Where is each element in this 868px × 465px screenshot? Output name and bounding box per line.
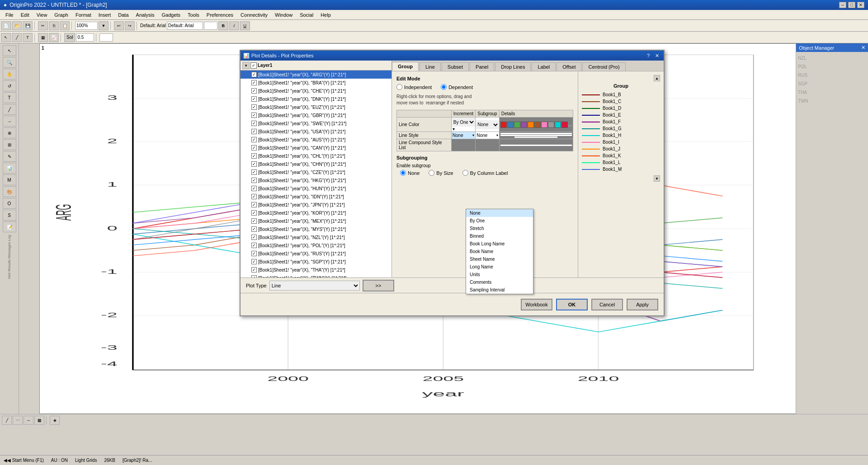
tree-item-23[interactable]: [Book1]Sheet1! "year"(X), "SGP"(Y) [1*:2… bbox=[241, 258, 392, 266]
tree-item-checkbox-5[interactable] bbox=[251, 113, 257, 118]
tree-checkbox-root[interactable]: ✓ bbox=[250, 62, 257, 69]
tree-item-19[interactable]: [Book1]Sheet1! "year"(X), "MYS"(Y) [1*:2… bbox=[241, 225, 392, 233]
tree-item-checkbox-13[interactable] bbox=[251, 178, 257, 183]
tab-centroid[interactable]: Centroid (Pro) bbox=[582, 62, 625, 71]
tool-masking[interactable]: M bbox=[3, 174, 16, 185]
tb-zoom-dropdown[interactable]: ▼ bbox=[99, 21, 108, 30]
dropdown-item-book-long-name[interactable]: Book Long Name bbox=[466, 240, 533, 248]
tree-item-3[interactable]: [Book1]Sheet1! "year"(X), "DNK"(Y) [1*:2… bbox=[241, 95, 392, 103]
tree-item-20[interactable]: [Book1]Sheet1! "year"(X), "NZL"(Y) [1*:2… bbox=[241, 233, 392, 241]
menu-graph[interactable]: Graph bbox=[51, 11, 72, 19]
tb-bar-chart[interactable]: ▦ bbox=[38, 33, 48, 42]
tree-item-checkbox-4[interactable] bbox=[251, 104, 257, 110]
line-style-dropdown[interactable]: None ▾ bbox=[452, 133, 475, 138]
tree-item-checkbox-16[interactable] bbox=[251, 202, 257, 207]
menu-preferences[interactable]: Preferences bbox=[203, 11, 237, 19]
tb-save[interactable]: 💾 bbox=[23, 21, 33, 30]
tree-item-25[interactable]: [Book1]Sheet1! "year"(X), "TWN"(Y) [1*:2… bbox=[241, 274, 392, 277]
tree-item-7[interactable]: [Book1]Sheet1! "year"(X), "USA"(Y) [1*:2… bbox=[241, 127, 392, 136]
tb-draw-line[interactable]: ╱ bbox=[12, 33, 22, 42]
tool-data-reader[interactable]: ⊕ bbox=[3, 127, 16, 138]
tool-annotation[interactable]: ✎ bbox=[3, 151, 16, 162]
radio-independent-input[interactable] bbox=[396, 84, 402, 90]
menu-connectivity[interactable]: Connectivity bbox=[237, 11, 271, 19]
tab-offset[interactable]: Offset bbox=[557, 62, 581, 71]
td-line-style-increment[interactable]: None ▾ bbox=[451, 132, 475, 139]
tb-new[interactable]: 📄 bbox=[1, 21, 11, 30]
status-start[interactable]: ◀◀ Start Menu (F1) bbox=[4, 458, 44, 463]
tool-line[interactable]: ╱ bbox=[3, 104, 16, 115]
subgroup-none[interactable]: None bbox=[400, 170, 420, 176]
bt-4[interactable]: ▦ bbox=[34, 416, 44, 425]
tb-undo[interactable]: ↩ bbox=[114, 21, 124, 30]
tool-screen-reader[interactable]: ⊞ bbox=[3, 139, 16, 150]
tree-item-checkbox-1[interactable] bbox=[251, 80, 257, 85]
td-line-color-increment[interactable]: By One ▾ bbox=[451, 117, 475, 132]
tree-item-2[interactable]: [Book1]Sheet1! "year"(X), "CHE"(Y) [1*:2… bbox=[241, 87, 392, 95]
menu-tools[interactable]: Tools bbox=[184, 11, 203, 19]
tb-paste[interactable]: 📋 bbox=[60, 21, 70, 30]
tool-color-picker[interactable]: 🎨 bbox=[3, 186, 16, 197]
tool-messages[interactable]: 📝 bbox=[3, 221, 16, 232]
apply-button[interactable]: Apply bbox=[627, 299, 658, 310]
tab-subset[interactable]: Subset bbox=[442, 62, 469, 71]
tree-item-checkbox-19[interactable] bbox=[251, 226, 257, 232]
zoom-input[interactable] bbox=[75, 22, 98, 30]
tree-item-22[interactable]: [Book1]Sheet1! "year"(X), "RUS"(Y) [1*:2… bbox=[241, 249, 392, 258]
td-line-style-subgroup[interactable]: None ▾ bbox=[476, 132, 499, 139]
dropdown-item-none[interactable]: None bbox=[466, 209, 533, 217]
line-style-subgroup-dd[interactable]: None ▾ bbox=[476, 133, 499, 138]
tool-arrow[interactable]: → bbox=[3, 116, 16, 127]
tree-item-checkbox-23[interactable] bbox=[251, 259, 257, 264]
radio-independent[interactable]: Independent bbox=[396, 84, 432, 90]
tree-item-11[interactable]: [Book1]Sheet1! "year"(X), "CHN"(Y) [1*:2… bbox=[241, 160, 392, 168]
tree-item-checkbox-24[interactable] bbox=[251, 267, 257, 272]
dropdown-item-sampling[interactable]: Sampling Interval bbox=[466, 286, 533, 294]
tree-item-1[interactable]: [Book1]Sheet1! "year"(X), "BRA"(Y) [1*:2… bbox=[241, 79, 392, 87]
plot-type-select[interactable]: Line bbox=[269, 281, 360, 291]
dropdown-item-units[interactable]: Units bbox=[466, 271, 533, 278]
tab-panel[interactable]: Panel bbox=[470, 62, 494, 71]
bt-1[interactable]: ╱ bbox=[2, 416, 12, 425]
tree-item-checkbox-20[interactable] bbox=[251, 235, 257, 240]
menu-window[interactable]: Window bbox=[271, 11, 296, 19]
tab-group[interactable]: Group bbox=[392, 62, 419, 71]
tree-item-8[interactable]: [Book1]Sheet1! "year"(X), "AUS"(Y) [1*:2… bbox=[241, 136, 392, 144]
tree-item-checkbox-18[interactable] bbox=[251, 218, 257, 224]
dropdown-item-long-name[interactable]: Long Name bbox=[466, 263, 533, 271]
tree-item-checkbox-15[interactable] bbox=[251, 194, 257, 199]
tree-item-24[interactable]: [Book1]Sheet1! "year"(X), "THA"(Y) [1*:2… bbox=[241, 266, 392, 274]
cancel-button[interactable]: Cancel bbox=[591, 299, 623, 310]
menu-gadgets[interactable]: Gadgets bbox=[158, 11, 184, 19]
tree-item-5[interactable]: [Book1]Sheet1! "year"(X), "GBR"(Y) [1*:2… bbox=[241, 111, 392, 119]
bt-3[interactable]: ─ bbox=[24, 416, 33, 425]
radio-dependent-input[interactable] bbox=[441, 84, 447, 90]
font-size-input[interactable] bbox=[204, 22, 217, 30]
tree-item-checkbox-11[interactable] bbox=[251, 161, 257, 167]
tree-item-9[interactable]: [Book1]Sheet1! "year"(X), "CAN"(Y) [1*:2… bbox=[241, 144, 392, 152]
tree-item-checkbox-21[interactable] bbox=[251, 243, 257, 248]
object-manager-close[interactable]: ✕ bbox=[861, 45, 865, 51]
font-name-input[interactable] bbox=[167, 22, 203, 30]
line-style-arrow[interactable]: ▾ bbox=[472, 133, 474, 137]
tool-rotate[interactable]: ↺ bbox=[3, 80, 16, 91]
tree-item-checkbox-9[interactable] bbox=[251, 145, 257, 150]
subgroup-by-size[interactable]: By Size bbox=[429, 170, 453, 176]
lc-dropdown-arrow[interactable]: ▾ bbox=[453, 127, 455, 132]
dialog-close-btn[interactable]: ✕ bbox=[653, 53, 661, 59]
tree-item-checkbox-8[interactable] bbox=[251, 137, 257, 142]
td-line-color-subgroup[interactable]: None bbox=[476, 117, 499, 132]
extra-input[interactable] bbox=[99, 33, 113, 42]
tree-item-checkbox-22[interactable] bbox=[251, 251, 257, 256]
tree-item-21[interactable]: [Book1]Sheet1! "year"(X), "POL"(Y) [1*:2… bbox=[241, 241, 392, 249]
tree-item-checkbox-2[interactable] bbox=[251, 88, 257, 94]
tb-copy[interactable]: ⎘ bbox=[49, 21, 59, 30]
dialog-title-controls[interactable]: ? ✕ bbox=[645, 53, 661, 59]
tb-pointer[interactable]: ↖ bbox=[1, 33, 11, 42]
subgroup-by-col[interactable]: By Column Label bbox=[462, 170, 508, 176]
tool-text[interactable]: T bbox=[3, 92, 16, 103]
subgroup-by-size-input[interactable] bbox=[429, 170, 434, 176]
tb-redo[interactable]: ↪ bbox=[125, 21, 135, 30]
menu-format[interactable]: Format bbox=[72, 11, 95, 19]
tool-pan[interactable]: ✋ bbox=[3, 69, 16, 80]
